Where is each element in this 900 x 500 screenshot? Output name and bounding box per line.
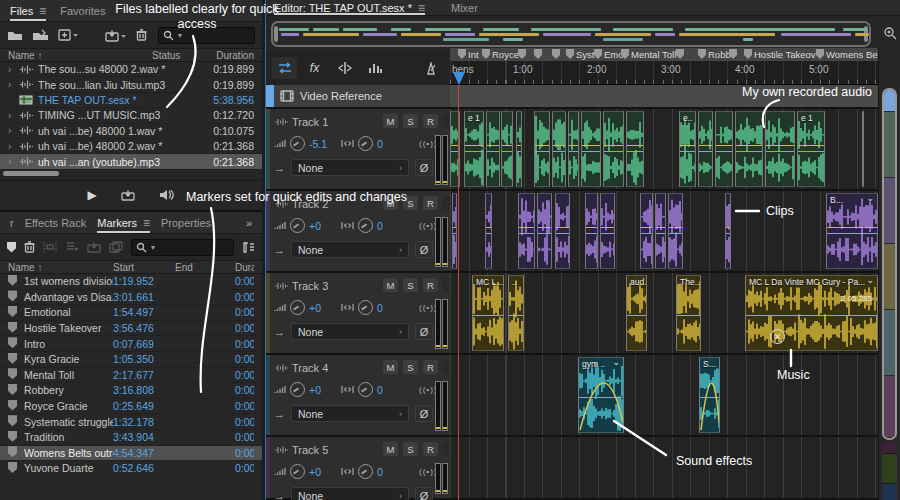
pan-envelope-line[interactable] bbox=[677, 315, 700, 316]
track-header[interactable]: Track 4 M S R I +0 0 ((•)) → None › Ø bbox=[266, 355, 450, 435]
audio-clip[interactable] bbox=[655, 193, 666, 269]
file-row[interactable]: ›TIMING ...UT MUSIC.mp30:12.720 bbox=[0, 108, 262, 123]
audio-clip[interactable] bbox=[715, 111, 733, 187]
track-lane[interactable] bbox=[450, 437, 878, 498]
volume-knob[interactable] bbox=[290, 300, 305, 315]
add-marker-icon[interactable] bbox=[7, 242, 16, 253]
input-routing-dropdown[interactable]: None › bbox=[291, 241, 409, 258]
panel-menu-icon[interactable]: ≡ bbox=[39, 4, 46, 18]
pan-envelope-line[interactable] bbox=[519, 233, 534, 234]
track-lane[interactable]: gym ..⌄S... bbox=[450, 355, 878, 435]
pan-envelope-line[interactable] bbox=[716, 151, 732, 152]
audio-clip[interactable] bbox=[555, 193, 570, 269]
timeline-marker-flag[interactable] bbox=[518, 49, 528, 59]
volume-envelope-line[interactable] bbox=[586, 227, 597, 228]
files-horizontal-scrollbar[interactable] bbox=[3, 171, 59, 176]
marker-row[interactable]: Mental Toll2:17.6770:00.0 bbox=[0, 368, 262, 384]
input-routing-dropdown[interactable]: None › bbox=[291, 323, 409, 340]
playhead-handle[interactable] bbox=[453, 72, 465, 85]
input-routing-dropdown[interactable]: None › bbox=[291, 159, 409, 176]
vertical-scrollbar-thumb[interactable] bbox=[882, 88, 897, 440]
audio-clip[interactable]: B...⌄ bbox=[826, 193, 878, 269]
tab-effects-rack[interactable]: Effects Rack bbox=[25, 212, 87, 233]
chevron-down-icon[interactable]: ⌄ bbox=[612, 357, 620, 367]
insert-into-playlist-icon[interactable] bbox=[65, 241, 79, 253]
volume-envelope-line[interactable] bbox=[487, 145, 499, 146]
pan-envelope-line[interactable] bbox=[680, 151, 695, 152]
fade-envelope-curve[interactable] bbox=[700, 358, 720, 433]
phase-button[interactable]: Ø bbox=[415, 241, 433, 258]
timeline-marker-flag[interactable]: Royce bbox=[482, 49, 519, 60]
volume-envelope-line[interactable] bbox=[656, 227, 665, 228]
track-name[interactable]: Track 1 bbox=[292, 116, 328, 128]
audio-clip[interactable]: e 1 bbox=[797, 111, 825, 187]
audio-clip[interactable] bbox=[518, 193, 535, 269]
pan-envelope-line[interactable] bbox=[766, 151, 794, 152]
timeline-marker-flag[interactable]: Womens Belts bbox=[816, 49, 878, 60]
timeline-marker-flag[interactable]: Syst bbox=[566, 49, 594, 60]
track-name[interactable]: Track 5 bbox=[292, 444, 328, 456]
crossfade-icon[interactable]: ✕ bbox=[770, 329, 785, 344]
record-arm-button[interactable]: R bbox=[423, 360, 438, 374]
zoom-tool-icon[interactable] bbox=[882, 25, 898, 41]
file-row[interactable]: ›The sou...lian Jiu Jitsu.mp30:19.899 bbox=[0, 77, 262, 92]
track-header[interactable]: Track 3 M S R I +0 0 ((•)) → None › Ø bbox=[266, 273, 450, 353]
pan-envelope-line[interactable] bbox=[641, 233, 652, 234]
pan-envelope-line[interactable] bbox=[569, 151, 578, 152]
pan-envelope-line[interactable] bbox=[726, 233, 730, 234]
pan-envelope-line[interactable] bbox=[827, 233, 877, 234]
audio-clip[interactable] bbox=[534, 111, 550, 187]
phase-button[interactable]: Ø bbox=[415, 159, 433, 176]
volume-envelope-line[interactable] bbox=[553, 145, 565, 146]
pan-envelope-line[interactable] bbox=[586, 233, 597, 234]
audio-clip[interactable] bbox=[765, 111, 795, 187]
timeline-marker-flag[interactable]: Emo bbox=[594, 49, 624, 60]
column-end[interactable]: End bbox=[175, 262, 235, 273]
video-track-header[interactable]: Video Reference bbox=[266, 85, 450, 107]
pan-envelope-line[interactable] bbox=[517, 151, 521, 152]
volume-knob[interactable] bbox=[290, 218, 305, 233]
pan-knob[interactable] bbox=[358, 300, 373, 315]
audio-clip[interactable] bbox=[668, 193, 683, 269]
volume-envelope-line[interactable] bbox=[699, 145, 712, 146]
file-row[interactable]: ›uh vai ...be) 48000 2.wav *0:21.368 bbox=[0, 139, 262, 154]
pan-envelope-line[interactable] bbox=[601, 233, 614, 234]
fade-envelope-curve[interactable] bbox=[579, 358, 624, 433]
audio-clip[interactable] bbox=[552, 111, 566, 187]
mute-button[interactable]: M bbox=[383, 360, 398, 374]
effects-fx-icon[interactable]: fx bbox=[302, 57, 327, 79]
column-start[interactable]: Start bbox=[113, 262, 175, 273]
volume-envelope-line[interactable] bbox=[519, 227, 534, 228]
disclosure-icon[interactable]: › bbox=[8, 64, 19, 75]
volume-knob[interactable] bbox=[290, 464, 305, 479]
marker-row[interactable]: Kyra Gracie1:05.3500:00.0 bbox=[0, 352, 262, 368]
pan-envelope-line[interactable] bbox=[486, 233, 491, 234]
marker-row[interactable]: Intro0:07.6690:00.0 bbox=[0, 336, 262, 352]
volume-envelope-line[interactable] bbox=[465, 145, 483, 146]
volume-envelope-line[interactable] bbox=[641, 227, 652, 228]
column-name[interactable]: Name ↑ bbox=[8, 50, 152, 61]
pan-knob[interactable] bbox=[358, 382, 373, 397]
volume-envelope-line[interactable] bbox=[535, 145, 549, 146]
track-name[interactable]: Track 4 bbox=[292, 362, 328, 374]
volume-knob[interactable] bbox=[290, 382, 305, 397]
audio-clip[interactable] bbox=[452, 193, 457, 269]
pan-envelope-line[interactable] bbox=[604, 151, 623, 152]
tab-mixer[interactable]: Mixer bbox=[451, 0, 478, 15]
disclosure-icon[interactable]: › bbox=[8, 110, 19, 121]
disclosure-icon[interactable]: › bbox=[8, 79, 19, 90]
phase-button[interactable]: Ø bbox=[415, 487, 433, 500]
pan-knob[interactable] bbox=[358, 218, 373, 233]
track-lane[interactable]: B...⌄ bbox=[450, 191, 878, 271]
volume-envelope-line[interactable] bbox=[486, 227, 491, 228]
record-arm-button[interactable]: R bbox=[423, 196, 438, 210]
navigator-range[interactable] bbox=[271, 21, 871, 47]
audio-clip[interactable]: MC L... bbox=[472, 275, 504, 351]
volume-envelope-line[interactable] bbox=[627, 145, 643, 146]
open-file-icon[interactable] bbox=[7, 29, 23, 41]
file-row[interactable]: ›The sou...su 48000 2.wav *0:19.899 bbox=[0, 62, 262, 77]
audio-clip[interactable] bbox=[501, 111, 513, 187]
phase-button[interactable]: Ø bbox=[415, 323, 433, 340]
audio-clip[interactable] bbox=[600, 193, 615, 269]
tab-properties[interactable]: Properties bbox=[161, 212, 211, 233]
